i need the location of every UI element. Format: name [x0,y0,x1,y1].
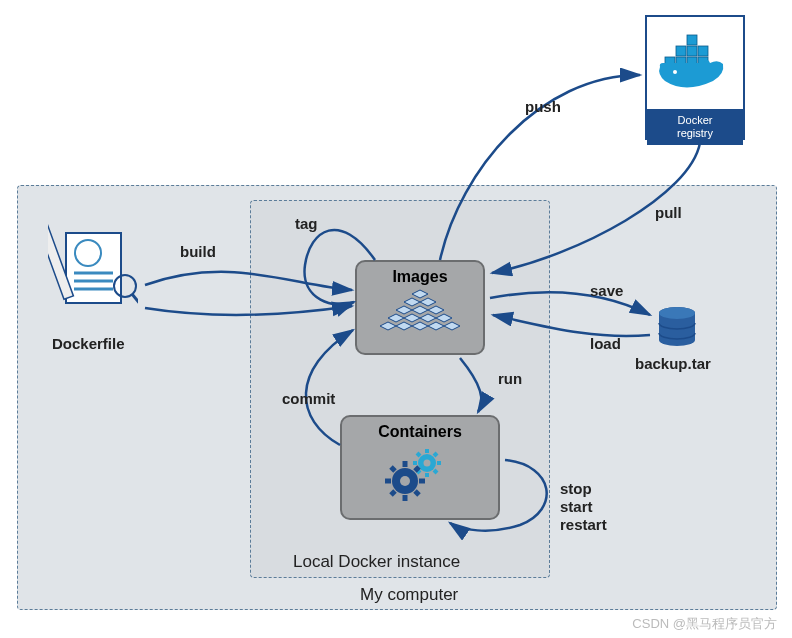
save-label: save [590,282,623,299]
containers-node: Containers [340,415,500,520]
svg-line-24 [415,491,419,495]
images-label: Images [357,262,483,286]
svg-line-26 [415,467,419,471]
tag-label: tag [295,215,318,232]
local-docker-box [250,200,550,578]
watermark-text: CSDN @黑马程序员官方 [632,615,777,633]
load-label: load [590,335,621,352]
run-label: run [498,370,522,387]
push-label: push [525,98,561,115]
stop-label: stop [560,480,592,497]
svg-rect-34 [698,46,708,56]
svg-rect-0 [66,233,121,303]
svg-line-16 [434,453,437,456]
restart-label: restart [560,516,607,533]
images-node: Images [355,260,485,355]
start-label: start [560,498,593,515]
build-label: build [180,243,216,260]
commit-label: commit [282,390,335,407]
svg-rect-35 [687,35,697,45]
svg-point-17 [424,460,431,467]
registry-label-1: Docker [678,114,713,126]
dockerfile-icon [48,218,138,323]
containers-label: Containers [342,417,498,441]
svg-rect-32 [676,46,686,56]
svg-line-13 [417,453,420,456]
svg-line-7 [132,294,138,305]
local-docker-label: Local Docker instance [293,552,460,572]
svg-line-14 [434,470,437,473]
svg-line-25 [391,491,395,495]
dockerfile-label: Dockerfile [52,335,125,352]
svg-point-38 [659,307,695,319]
svg-point-27 [400,476,410,486]
backup-tar-label: backup.tar [635,355,711,372]
docker-registry-node: Docker registry [645,15,745,140]
svg-point-36 [673,70,677,74]
svg-rect-33 [687,46,697,56]
registry-label-2: registry [677,127,713,139]
pull-label: pull [655,204,682,221]
my-computer-label: My computer [360,585,458,605]
backup-tar-icon [655,305,700,350]
svg-line-23 [391,467,395,471]
